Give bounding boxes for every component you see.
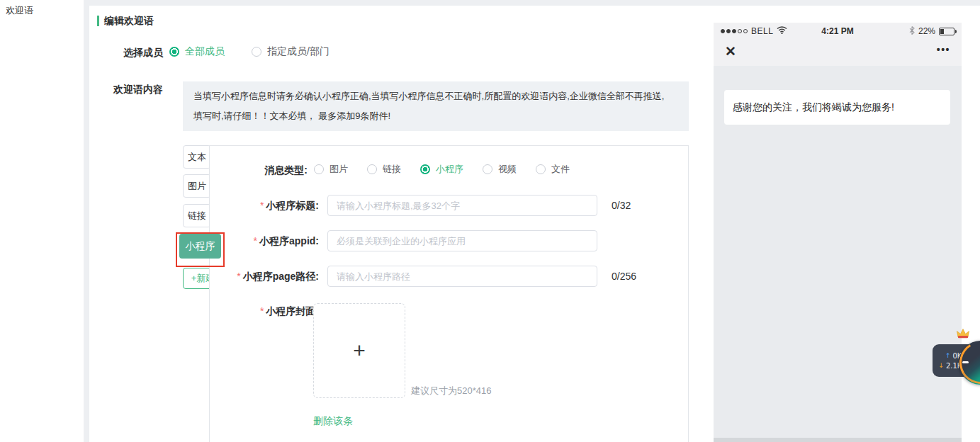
radio-msgtype-file[interactable]: 文件 — [536, 163, 570, 176]
phone-nav-bar: ✕ ••• — [714, 40, 962, 66]
app-root: 欢迎语 编辑欢迎语 选择成员 全部成员 指定成员/部门 欢迎语内容 当填写小程序… — [0, 0, 980, 442]
radio-unchecked-icon — [483, 164, 492, 174]
member-select-label: 选择成员 — [92, 47, 163, 60]
member-select-radio-group: 全部成员 指定成员/部门 — [169, 45, 330, 58]
required-mark: * — [260, 305, 264, 317]
radio-unchecked-icon — [536, 164, 546, 174]
more-icon: ••• — [937, 44, 950, 55]
phone-bottom-strip — [714, 438, 962, 442]
vip-crown-icon — [956, 328, 970, 342]
page-title: 编辑欢迎语 — [104, 15, 154, 28]
close-icon: ✕ — [725, 43, 736, 60]
radio-msgtype-miniprogram[interactable]: 小程序 — [420, 163, 463, 176]
radio-unchecked-icon — [252, 47, 261, 57]
required-mark: * — [260, 200, 264, 211]
miniprogram-appid-input[interactable] — [327, 230, 597, 251]
miniprogram-title-label: *小程序标题: — [205, 200, 319, 212]
tab-miniprogram[interactable]: 小程序 — [179, 234, 221, 259]
radio-unchecked-icon — [314, 164, 324, 174]
cover-size-hint: 建议尺寸为520*416 — [411, 385, 491, 397]
cover-upload-box[interactable]: + — [313, 303, 405, 398]
up-arrow-icon: ↑ — [945, 352, 951, 359]
field-label-text: 小程序page路径: — [243, 271, 319, 282]
radio-label: 小程序 — [436, 163, 463, 176]
phone-chat-area: 感谢您的关注，我们将竭诚为您服务! — [714, 66, 962, 442]
delete-attachment-link[interactable]: 删除该条 — [313, 415, 353, 428]
welcome-content-label: 欢迎语内容 — [92, 84, 163, 96]
section-accent-bar — [97, 16, 99, 26]
sidebar-item-welcome-message[interactable]: 欢迎语 — [6, 4, 33, 17]
radio-label: 全部成员 — [185, 45, 225, 58]
radio-label: 链接 — [383, 163, 401, 176]
tab-text[interactable]: 文本 — [183, 145, 211, 169]
miniprogram-path-input[interactable] — [327, 266, 597, 287]
radio-specific-members[interactable]: 指定成员/部门 — [252, 45, 330, 58]
phone-status-bar: BELL 4:21 PM 22% — [714, 23, 962, 40]
radio-msgtype-video[interactable]: 视频 — [483, 163, 517, 176]
radio-label: 图片 — [330, 163, 348, 176]
miniprogram-title-input[interactable] — [327, 195, 597, 216]
radio-msgtype-link[interactable]: 链接 — [367, 163, 401, 176]
message-type-radio-group: 图片 链接 小程序 视频 文件 — [314, 163, 570, 176]
radio-msgtype-image[interactable]: 图片 — [314, 163, 348, 176]
path-char-counter: 0/256 — [612, 271, 636, 282]
radio-checked-icon — [420, 164, 430, 174]
welcome-message-bubble: 感谢您的关注，我们将竭诚为您服务! — [724, 90, 950, 125]
miniprogram-cover-label: *小程序封面: — [205, 305, 319, 318]
plus-icon: + — [353, 340, 366, 361]
tab-image[interactable]: 图片 — [183, 174, 211, 198]
radio-label: 指定成员/部门 — [267, 45, 330, 58]
miniprogram-path-label: *小程序page路径: — [205, 271, 319, 283]
battery-percent: 22% — [918, 26, 935, 36]
required-mark: * — [254, 235, 257, 246]
radio-all-members[interactable]: 全部成员 — [169, 45, 225, 58]
notice-line-1: 当填写小程序信息时请务必确认小程序正确,当填写小程序信息不正确时,所配置的欢迎语… — [193, 86, 678, 106]
radio-checked-icon — [169, 47, 179, 57]
radio-label: 文件 — [551, 163, 570, 176]
miniprogram-appid-label: *小程序appid: — [205, 235, 319, 248]
notice-line-2: 填写时,请仔细！！文本必填， 最多添加9条附件! — [193, 106, 678, 126]
attachment-panel — [209, 145, 689, 442]
phone-preview: BELL 4:21 PM 22% — [714, 23, 962, 442]
radio-label: 视频 — [498, 163, 517, 176]
notice-banner: 当填写小程序信息时请务必确认小程序正确,当填写小程序信息不正确时,所配置的欢迎语… — [183, 81, 689, 131]
title-char-counter: 0/32 — [612, 200, 631, 211]
field-label-text: 小程序标题: — [266, 200, 319, 211]
status-right-group: 22% — [909, 26, 954, 37]
field-label-text: 小程序appid: — [259, 235, 319, 246]
bluetooth-icon — [909, 26, 915, 37]
pause-dash-icon — [962, 361, 969, 363]
field-label-text: 小程序封面: — [266, 305, 319, 317]
battery-icon — [939, 28, 954, 35]
down-arrow-icon: ↓ — [938, 362, 944, 369]
phone-header-area: BELL 4:21 PM 22% — [714, 23, 962, 66]
radio-unchecked-icon — [367, 164, 377, 174]
required-mark: * — [237, 271, 240, 282]
message-type-label: 消息类型: — [234, 164, 308, 177]
